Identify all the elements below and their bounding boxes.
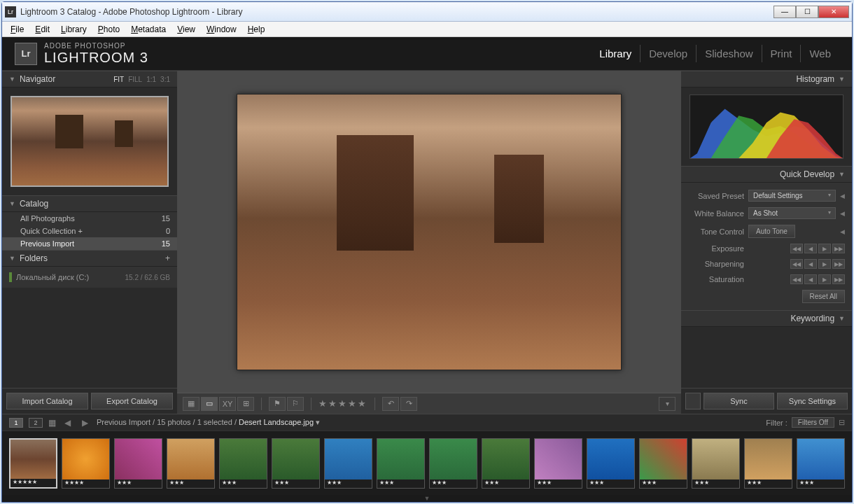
module-print[interactable]: Print [762, 45, 802, 62]
filmstrip-thumb[interactable]: ★★★ [272, 438, 320, 489]
filter-select[interactable]: Filters Off [792, 417, 834, 428]
menu-metadata[interactable]: Metadata [125, 23, 172, 36]
filmstrip-thumb[interactable]: ★★★ [167, 438, 215, 489]
filmstrip-thumb[interactable]: ★★★ [219, 438, 267, 489]
filmstrip-thumb[interactable]: ★★★ [324, 438, 372, 489]
navigator-header[interactable]: ▼ Navigator FITFILL1:13:1 [2, 71, 177, 88]
menu-file[interactable]: File [5, 23, 29, 36]
compare-view-icon[interactable]: XY [219, 397, 236, 411]
menu-edit[interactable]: Edit [29, 23, 55, 36]
saturation-inc2-button[interactable]: ▶▶ [832, 274, 845, 284]
filmstrip-path[interactable]: Previous Import / 15 photos / 1 selected… [97, 418, 320, 427]
filter-lock-icon[interactable]: ⊟ [839, 418, 845, 427]
sync-button[interactable]: Sync [704, 393, 774, 410]
filmstrip-thumb[interactable]: ★★★ [639, 438, 687, 489]
catalog-list: All Photographs15Quick Collection +0Prev… [2, 212, 177, 250]
loupe-view-icon[interactable]: ▭ [201, 397, 218, 411]
filmstrip-thumb[interactable]: ★★★★★ [9, 438, 57, 489]
close-button[interactable]: ✕ [818, 6, 849, 18]
folders-header[interactable]: ▼ Folders + [2, 250, 177, 267]
filmstrip-thumb[interactable]: ★★★ [534, 438, 582, 489]
saturation-inc-button[interactable]: ▶ [818, 274, 831, 284]
filmstrip-thumb[interactable]: ★★★ [114, 438, 162, 489]
folders-body: Локальный диск (C:) 15.2 / 62.6 GB [2, 267, 177, 288]
exposure-dec2-button[interactable]: ◀◀ [790, 244, 803, 253]
drive-row[interactable]: Локальный диск (C:) 15.2 / 62.6 GB [9, 270, 170, 285]
rotate-cw-icon[interactable]: ↷ [400, 397, 417, 411]
flag-reject-icon[interactable]: ⚐ [287, 397, 304, 411]
catalog-item[interactable]: All Photographs15 [2, 212, 177, 225]
filmstrip[interactable]: ★★★★★★★★★★★★★★★★★★★★★★★★★★★★★★★★★★★★★★★★… [2, 430, 852, 495]
histogram-header[interactable]: Histogram ▼ [681, 71, 852, 88]
left-panel: ▼ Navigator FITFILL1:13:1 ▼ Catalog All … [2, 71, 177, 414]
filmstrip-thumb[interactable]: ★★★★ [62, 438, 110, 489]
minimize-button[interactable]: — [774, 6, 796, 18]
nav-zoom-fit[interactable]: FIT [113, 76, 124, 83]
menu-library[interactable]: Library [55, 23, 92, 36]
rotate-ccw-icon[interactable]: ↶ [382, 397, 399, 411]
module-develop[interactable]: Develop [640, 45, 696, 62]
keywording-header[interactable]: Keywording ▼ [681, 310, 852, 327]
filmstrip-thumb[interactable]: ★★★ [587, 438, 635, 489]
sharpening-dec2-button[interactable]: ◀◀ [790, 259, 803, 269]
catalog-item[interactable]: Previous Import15 [2, 237, 177, 250]
saved-preset-select[interactable]: Default Settings▾ [748, 190, 836, 202]
filmstrip-thumb[interactable]: ★★★ [482, 438, 530, 489]
saturation-dec-button[interactable]: ◀ [804, 274, 817, 284]
module-picker: LibraryDevelopSlideshowPrintWeb [591, 45, 839, 62]
filmstrip-thumb[interactable]: ★★★ [797, 438, 845, 489]
rating-stars[interactable]: ★★★★★ [318, 398, 368, 409]
disclosure-icon[interactable]: ◀ [840, 192, 845, 200]
catalog-item[interactable]: Quick Collection +0 [2, 225, 177, 237]
grid-toggle-icon[interactable]: ▦ [48, 418, 56, 428]
maximize-button[interactable]: ☐ [796, 6, 818, 18]
catalog-header[interactable]: ▼ Catalog [2, 195, 177, 212]
nav-back-icon[interactable]: ◀ [62, 418, 74, 428]
white-balance-select[interactable]: As Shot▾ [748, 207, 836, 219]
menu-photo[interactable]: Photo [92, 23, 125, 36]
module-library[interactable]: Library [591, 45, 640, 62]
module-web[interactable]: Web [801, 45, 839, 62]
sharpening-inc-button[interactable]: ▶ [818, 259, 831, 269]
survey-view-icon[interactable]: ⊞ [237, 397, 254, 411]
export-catalog-button[interactable]: Export Catalog [91, 393, 173, 410]
nav-zoom-fill[interactable]: FILL [128, 76, 142, 83]
nav-forward-icon[interactable]: ▶ [79, 418, 91, 428]
exposure-inc-button[interactable]: ▶ [818, 244, 831, 253]
module-slideshow[interactable]: Slideshow [696, 45, 762, 62]
nav-zoom-3-1[interactable]: 3:1 [160, 76, 170, 83]
quick-develop-header[interactable]: Quick Develop ▼ [681, 166, 852, 183]
nav-zoom-1-1[interactable]: 1:1 [146, 76, 156, 83]
secondary-monitor-icon[interactable]: 2 [29, 418, 43, 428]
exposure-inc2-button[interactable]: ▶▶ [832, 244, 845, 253]
histogram-chart[interactable] [690, 94, 844, 159]
filmstrip-thumb[interactable]: ★★★ [429, 438, 477, 489]
menu-help[interactable]: Help [242, 23, 271, 36]
exposure-dec-button[interactable]: ◀ [804, 244, 817, 253]
preview-area[interactable] [177, 71, 681, 393]
disclosure-icon[interactable]: ◀ [840, 210, 845, 217]
reset-all-button[interactable]: Reset All [802, 290, 845, 303]
toolbar-menu-icon[interactable]: ▾ [659, 397, 676, 411]
sync-button-row: Sync Sync Settings [681, 388, 852, 414]
filmstrip-thumb[interactable]: ★★★ [692, 438, 740, 489]
filmstrip-thumb[interactable]: ★★★ [377, 438, 425, 489]
disclosure-icon[interactable]: ◀ [840, 228, 845, 235]
import-catalog-button[interactable]: Import Catalog [6, 393, 88, 410]
identity-panel: Lr ADOBE PHOTOSHOP LIGHTROOM 3 LibraryDe… [2, 37, 852, 71]
sync-toggle[interactable] [685, 393, 701, 410]
add-folder-icon[interactable]: + [165, 253, 170, 263]
sharpening-dec-button[interactable]: ◀ [804, 259, 817, 269]
sync-settings-button[interactable]: Sync Settings [777, 393, 848, 410]
navigator-preview[interactable] [2, 88, 177, 195]
flag-pick-icon[interactable]: ⚑ [269, 397, 286, 411]
filmstrip-thumb[interactable]: ★★★ [744, 438, 792, 489]
auto-tone-button[interactable]: Auto Tone [748, 225, 795, 238]
sharpening-inc2-button[interactable]: ▶▶ [832, 259, 845, 269]
saturation-dec2-button[interactable]: ◀◀ [790, 274, 803, 284]
grid-view-icon[interactable]: ▦ [183, 397, 200, 411]
menu-view[interactable]: View [172, 23, 201, 36]
menu-window[interactable]: Window [201, 23, 242, 36]
primary-monitor-icon[interactable]: 1 [9, 418, 23, 428]
collapse-filmstrip-icon[interactable]: ▼ [2, 495, 852, 502]
